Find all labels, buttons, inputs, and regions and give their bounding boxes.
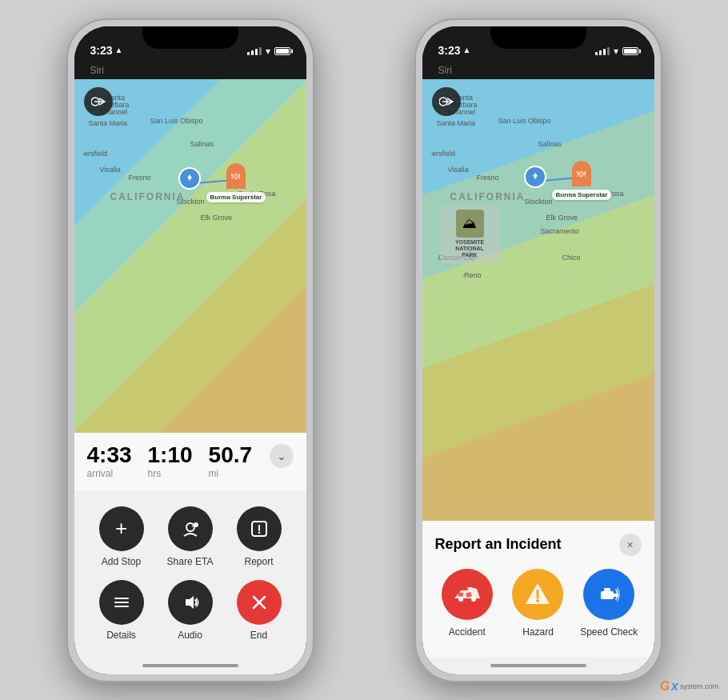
battery-fill-2: [624, 49, 637, 54]
details-icon: [99, 580, 144, 625]
map-label2-fresno: Fresno: [477, 174, 499, 182]
map-label-salinas: Salinas: [190, 140, 214, 148]
siri-text-2: Siri: [438, 65, 452, 76]
details-button[interactable]: Details: [87, 574, 156, 647]
yosemite-badge: ⛰ YOSEMITENATIONALPARK: [440, 206, 500, 263]
add-stop-label: Add Stop: [102, 556, 141, 567]
svg-point-9: [258, 531, 259, 533]
arrival-label: arrival: [87, 468, 132, 479]
speed-check-button[interactable]: Speed Check: [577, 569, 642, 638]
hazard-icon: [512, 569, 563, 620]
status-right-2: ▾: [595, 46, 638, 57]
dest-pin-2: 🍽 Burma Superstar: [552, 161, 612, 200]
status-time-2: 3:23 ▲: [438, 44, 471, 57]
add-stop-icon: +: [99, 506, 144, 551]
status-bar-2: 3:23 ▲ ▾: [422, 26, 654, 62]
action-grid: + Add Stop Share ETA: [74, 490, 306, 657]
svg-point-22: [471, 597, 476, 602]
home-bar-2: [490, 664, 586, 667]
phone-1: 3:23 ▲ ▾ Siri: [66, 18, 314, 682]
map-label2-stockton: Stockton: [525, 198, 553, 206]
location-arrow-2: ▲: [463, 46, 471, 54]
nav-pin-1: [178, 167, 201, 190]
dest-pin-1: 🍽 Burma Superstar: [206, 163, 266, 202]
map-label2-santamaria: Santa Maria: [437, 119, 476, 127]
speed-check-icon: [583, 569, 634, 620]
map-label2-elkgrove: Elk Grove: [546, 214, 578, 222]
report-label: Report: [244, 556, 273, 567]
map-label2-california: CALIFORNIA: [450, 191, 526, 202]
accident-button[interactable]: Accident: [435, 569, 500, 638]
incident-panel: Report an Incident ×: [422, 521, 654, 657]
wifi-icon-2: ▾: [614, 46, 618, 57]
map-label-elkgrove: Elk Grove: [201, 214, 233, 222]
audio-icon: [168, 580, 213, 625]
map-label2-chico: Chico: [562, 254, 581, 262]
report-button[interactable]: Report: [225, 500, 294, 574]
status-right-1: ▾: [247, 46, 290, 57]
siri-text-1: Siri: [90, 65, 104, 76]
audio-label: Audio: [178, 630, 202, 641]
signal-bars-1: [247, 47, 262, 55]
siri-bar-1: Siri: [74, 62, 306, 79]
svg-point-21: [458, 597, 463, 602]
back-button-2[interactable]: [432, 87, 461, 116]
incident-grid: Accident Hazard: [435, 569, 642, 644]
watermark-x: x: [671, 679, 678, 694]
notch-1: [142, 26, 238, 49]
end-icon: [237, 580, 282, 625]
svg-rect-26: [601, 591, 614, 599]
time-display-2: 3:23: [438, 44, 461, 57]
hrs-label: hrs: [148, 468, 193, 479]
report-icon: [237, 506, 282, 551]
share-eta-label: Share ETA: [167, 556, 214, 567]
wifi-icon-1: ▾: [266, 46, 270, 57]
nav-stats-panel: 4:33 arrival 1:10 hrs 50.7 mi ⌄: [74, 433, 306, 490]
status-time-1: 3:23 ▲: [90, 44, 123, 57]
add-stop-button[interactable]: + Add Stop: [87, 500, 156, 574]
audio-button[interactable]: Audio: [156, 574, 225, 647]
details-label: Details: [106, 630, 136, 641]
hazard-button[interactable]: Hazard: [506, 569, 570, 638]
svg-marker-13: [186, 596, 194, 609]
map-label-santamaria: Santa Maria: [89, 119, 128, 127]
map-label2-visalia: Visalia: [448, 166, 469, 174]
watermark: G x system.com: [660, 679, 718, 694]
mi-label: mi: [209, 468, 253, 479]
arrival-value: 4:33: [87, 444, 132, 466]
map-2: Santa Barbara Channel Santa Maria San Lu…: [422, 79, 654, 521]
accident-icon: [442, 569, 493, 620]
close-icon: ×: [626, 538, 633, 551]
battery-1: [274, 47, 290, 55]
map-label2-reno: ·Reno: [462, 271, 482, 279]
battery-2: [622, 47, 638, 55]
map-label-stockton: Stockton: [177, 198, 205, 206]
map-label2-ersfield: ·ersfield: [430, 150, 456, 158]
hrs-value: 1:10: [148, 444, 193, 466]
share-eta-button[interactable]: Share ETA: [156, 500, 225, 574]
incident-close-button[interactable]: ×: [619, 534, 642, 556]
phone-2: 3:23 ▲ ▾ Siri: [414, 18, 662, 682]
siri-bar-2: Siri: [422, 62, 654, 79]
accident-label: Accident: [449, 626, 486, 638]
map-label-sanluisobispo: San Luis Obispo: [150, 117, 203, 125]
home-indicator-2: [422, 657, 654, 674]
chevron-down-icon: ⌄: [277, 450, 286, 462]
end-button[interactable]: End: [225, 574, 294, 647]
map-label2-sanluisobispo: San Luis Obispo: [498, 117, 551, 125]
home-bar-1: [142, 664, 238, 667]
back-button-1[interactable]: [84, 87, 113, 116]
watermark-site: system.com: [680, 682, 718, 690]
map-label2-sacramento: Sacramento: [541, 227, 580, 235]
status-bar-1: 3:23 ▲ ▾: [74, 26, 306, 62]
map-label-ersfield: ·ersfield: [82, 150, 108, 158]
notch-2: [490, 26, 586, 49]
expand-chevron[interactable]: ⌄: [270, 444, 294, 468]
arrival-stat: 4:33 arrival: [87, 444, 132, 479]
map-label2-salinas: Salinas: [538, 140, 562, 148]
nav-pin-2: [524, 166, 546, 188]
svg-point-5: [186, 523, 194, 531]
watermark-g: G: [660, 679, 670, 694]
speed-check-label: Speed Check: [580, 626, 638, 638]
signal-bars-2: [595, 47, 610, 55]
